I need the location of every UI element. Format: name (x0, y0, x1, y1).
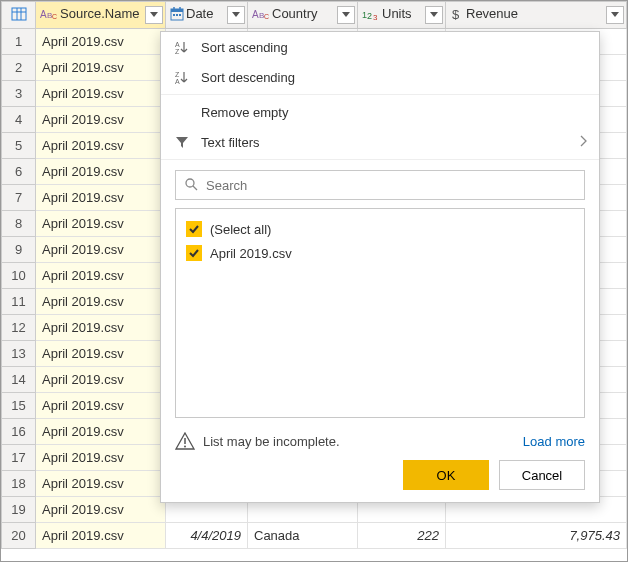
svg-line-26 (193, 186, 197, 190)
row-number[interactable]: 16 (2, 419, 36, 445)
svg-rect-8 (171, 9, 183, 12)
cell-source-name[interactable]: April 2019.csv (36, 289, 166, 315)
cell-source-name[interactable]: April 2019.csv (36, 211, 166, 237)
table-corner-icon[interactable] (2, 2, 36, 29)
column-header-country[interactable]: ABC Country (248, 2, 358, 29)
text-filters-item[interactable]: Text filters (161, 127, 599, 157)
checkbox[interactable] (186, 221, 202, 237)
cell-date[interactable]: 4/4/2019 (166, 523, 248, 549)
column-header-date[interactable]: Date (166, 2, 248, 29)
row-number[interactable]: 18 (2, 471, 36, 497)
row-number[interactable]: 20 (2, 523, 36, 549)
row-number[interactable]: 10 (2, 263, 36, 289)
cell-source-name[interactable]: April 2019.csv (36, 159, 166, 185)
cell-source-name[interactable]: April 2019.csv (36, 81, 166, 107)
ok-button[interactable]: OK (403, 460, 489, 490)
cell-source-name[interactable]: April 2019.csv (36, 29, 166, 55)
svg-point-28 (184, 446, 186, 448)
row-number[interactable]: 17 (2, 445, 36, 471)
row-number[interactable]: 9 (2, 237, 36, 263)
row-number[interactable]: 5 (2, 133, 36, 159)
chevron-right-icon (579, 135, 587, 150)
row-number[interactable]: 8 (2, 211, 36, 237)
cancel-button[interactable]: Cancel (499, 460, 585, 490)
cell-source-name[interactable]: April 2019.csv (36, 133, 166, 159)
row-number[interactable]: 7 (2, 185, 36, 211)
row-number[interactable]: 2 (2, 55, 36, 81)
text-type-icon: ABC (252, 7, 270, 21)
remove-empty-item[interactable]: Remove empty (161, 97, 599, 127)
svg-rect-12 (176, 14, 178, 16)
svg-text:A: A (175, 78, 180, 84)
cell-source-name[interactable]: April 2019.csv (36, 393, 166, 419)
cell-source-name[interactable]: April 2019.csv (36, 341, 166, 367)
column-filter-button[interactable] (337, 6, 355, 24)
menu-label: Text filters (201, 135, 260, 150)
filter-icon (173, 135, 191, 149)
column-filter-panel: AZ Sort ascending ZA Sort descending Rem… (160, 31, 600, 503)
filter-value-item[interactable]: (Select all) (186, 217, 574, 241)
cell-source-name[interactable]: April 2019.csv (36, 471, 166, 497)
svg-text:A: A (252, 9, 259, 20)
load-more-link[interactable]: Load more (523, 434, 585, 449)
column-filter-button[interactable] (425, 6, 443, 24)
row-number[interactable]: 14 (2, 367, 36, 393)
cell-source-name[interactable]: April 2019.csv (36, 237, 166, 263)
cell-source-name[interactable]: April 2019.csv (36, 263, 166, 289)
sort-descending-item[interactable]: ZA Sort descending (161, 62, 599, 92)
cell-source-name[interactable]: April 2019.csv (36, 55, 166, 81)
checkbox[interactable] (186, 245, 202, 261)
row-number[interactable]: 15 (2, 393, 36, 419)
column-header-revenue[interactable]: $ Revenue (446, 2, 627, 29)
column-filter-button[interactable] (145, 6, 163, 24)
search-input[interactable] (204, 177, 576, 194)
svg-text:Z: Z (175, 71, 180, 78)
cell-source-name[interactable]: April 2019.csv (36, 497, 166, 523)
menu-label: Sort descending (201, 70, 295, 85)
svg-rect-13 (179, 14, 181, 16)
column-header-units[interactable]: 123 Units (358, 2, 446, 29)
row-number[interactable]: 12 (2, 315, 36, 341)
row-number[interactable]: 4 (2, 107, 36, 133)
row-number[interactable]: 6 (2, 159, 36, 185)
cell-source-name[interactable]: April 2019.csv (36, 185, 166, 211)
sort-desc-icon: ZA (173, 70, 191, 84)
cell-source-name[interactable]: April 2019.csv (36, 367, 166, 393)
column-filter-button[interactable] (606, 6, 624, 24)
svg-text:$: $ (452, 7, 460, 21)
column-filter-button[interactable] (227, 6, 245, 24)
svg-text:A: A (40, 9, 47, 20)
table-row[interactable]: 20April 2019.csv4/4/2019Canada2227,975.4… (2, 523, 627, 549)
cell-revenue[interactable]: 7,975.43 (446, 523, 627, 549)
cell-source-name[interactable]: April 2019.csv (36, 445, 166, 471)
column-label: Country (272, 6, 318, 21)
menu-label: Sort ascending (201, 40, 288, 55)
svg-text:Z: Z (175, 48, 180, 54)
search-icon (184, 177, 198, 194)
svg-rect-11 (173, 14, 175, 16)
column-label: Source.Name (60, 6, 139, 21)
svg-text:C: C (264, 13, 269, 20)
row-number[interactable]: 11 (2, 289, 36, 315)
column-label: Units (382, 6, 412, 21)
row-number[interactable]: 13 (2, 341, 36, 367)
filter-value-list[interactable]: (Select all)April 2019.csv (175, 208, 585, 418)
cell-country[interactable]: Canada (248, 523, 358, 549)
cell-source-name[interactable]: April 2019.csv (36, 419, 166, 445)
cell-source-name[interactable]: April 2019.csv (36, 107, 166, 133)
cell-source-name[interactable]: April 2019.csv (36, 523, 166, 549)
svg-text:C: C (52, 13, 57, 20)
row-number[interactable]: 3 (2, 81, 36, 107)
sort-ascending-item[interactable]: AZ Sort ascending (161, 32, 599, 62)
filter-search-box[interactable] (175, 170, 585, 200)
row-number[interactable]: 19 (2, 497, 36, 523)
column-header-source-name[interactable]: ABC Source.Name (36, 2, 166, 29)
cell-source-name[interactable]: April 2019.csv (36, 315, 166, 341)
cell-units[interactable]: 222 (358, 523, 446, 549)
column-label: Date (186, 6, 213, 21)
currency-type-icon: $ (450, 7, 464, 21)
svg-text:2: 2 (367, 11, 372, 21)
sort-asc-icon: AZ (173, 40, 191, 54)
row-number[interactable]: 1 (2, 29, 36, 55)
filter-value-item[interactable]: April 2019.csv (186, 241, 574, 265)
